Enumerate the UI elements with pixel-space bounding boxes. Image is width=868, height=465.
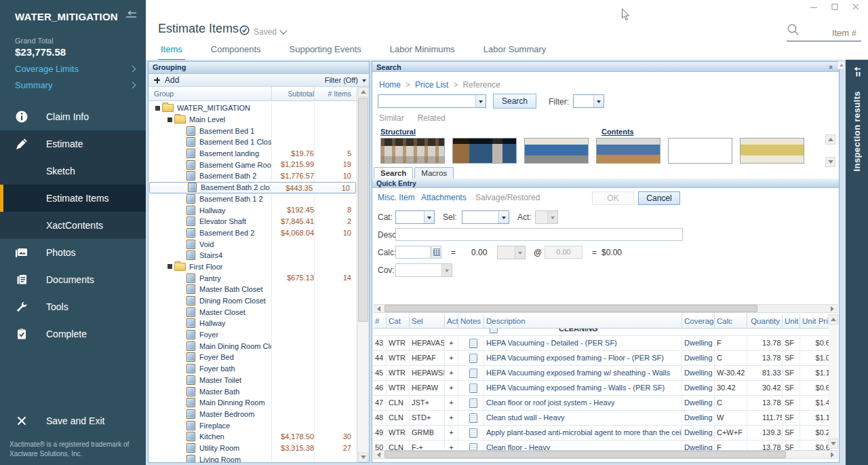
column-group[interactable]: Group [149, 90, 271, 98]
salvage-restored-tab[interactable]: Salvage/Restored [475, 193, 540, 202]
tree-room-row[interactable]: Basement Bed 1 [149, 125, 357, 136]
tree-room-row[interactable]: Elevator Shaft$7,845.412 [149, 216, 357, 227]
combo-dropdown-icon[interactable] [498, 211, 509, 223]
scroll-down-icon[interactable] [358, 452, 368, 462]
notes-icon[interactable] [469, 398, 477, 408]
scroll-left-icon[interactable] [374, 451, 383, 458]
panel-scroll-up-icon[interactable] [837, 61, 845, 69]
column-header[interactable]: Calc [715, 314, 747, 328]
scroll-down-icon[interactable] [828, 439, 838, 449]
sidebar-item-photos[interactable]: Photos [0, 239, 146, 266]
table-row[interactable]: 46WTRHEPAW+HEPA Vacuuming exposed framin… [373, 381, 831, 396]
sidebar-item-complete[interactable]: Complete [0, 320, 146, 348]
breadcrumb-price-list[interactable]: Price List [415, 80, 448, 90]
tree-room-row[interactable]: Basement Bath 1 2 [149, 193, 357, 205]
grouping-scrollbar[interactable] [357, 87, 369, 462]
thumbs-scroll-up-icon[interactable] [825, 134, 835, 145]
tree-room-row[interactable]: Void [149, 238, 357, 250]
room-thumbnail[interactable] [596, 138, 660, 164]
tree-room-row[interactable]: Pantry$675.1314 [149, 272, 357, 284]
tree-room-row[interactable]: Basement Bed 2$4,068.0410 [149, 227, 357, 239]
tree-room-row[interactable]: Foyer bath [149, 363, 357, 375]
expand-collapse-icon[interactable] [153, 106, 162, 111]
unit-price-input[interactable]: 0.00 [545, 246, 583, 259]
tree-room-row[interactable]: Hallway [149, 318, 357, 329]
close-button[interactable] [852, 3, 860, 11]
tree-room-row[interactable]: Fireplace [149, 420, 357, 431]
act-select[interactable] [535, 210, 558, 224]
column-header[interactable]: # [373, 314, 387, 328]
tab-macros[interactable]: Macros [414, 167, 454, 179]
add-group-button[interactable]: Add [165, 75, 179, 85]
item-number-input[interactable] [802, 27, 858, 39]
scrollbar-thumb[interactable] [384, 451, 786, 458]
expand-collapse-icon[interactable] [165, 117, 174, 122]
table-hscrollbar-top[interactable] [374, 304, 837, 313]
tree-group-row[interactable]: Main Level [149, 114, 357, 126]
minimize-button[interactable] [810, 3, 818, 11]
table-row[interactable]: 44WTRHEPAF+HEPA Vacuuming exposed framin… [373, 351, 831, 366]
search-combo-input[interactable] [378, 94, 486, 108]
scrollbar-thumb[interactable] [384, 305, 757, 312]
room-thumbnail[interactable] [380, 138, 445, 164]
sidebar-item-xactcontents[interactable]: XactContents [0, 212, 146, 239]
tab-items[interactable]: Items [158, 41, 185, 61]
related-link[interactable]: Related [418, 113, 446, 123]
sidebar-item-estimate[interactable]: Estimate [0, 130, 146, 157]
tree-room-row[interactable]: Basement Bath 2$1,776.5710 [149, 170, 357, 182]
column-header[interactable]: Sel [410, 314, 445, 328]
tree-room-row[interactable]: Hallway$192.458 [149, 204, 357, 216]
notes-icon[interactable] [469, 369, 477, 378]
column-header[interactable]: Quantity [747, 314, 783, 328]
sidebar-item-sketch[interactable]: Sketch [0, 157, 146, 185]
tree-room-row[interactable]: Stairs4 [149, 250, 357, 261]
combo-dropdown-icon[interactable] [475, 95, 486, 107]
tab-components[interactable]: Components [208, 41, 264, 61]
sidebar-item-estimate-items[interactable]: Estimate Items [0, 185, 146, 212]
thumbs-scroll-down-icon[interactable] [825, 157, 835, 167]
column-header[interactable]: Notes [458, 314, 484, 328]
scroll-left-icon[interactable] [374, 305, 383, 312]
column-header[interactable]: Unit Pric [800, 314, 831, 328]
grouping-filter-dropdown[interactable]: Filter (Off) [325, 76, 366, 84]
tree-room-row[interactable]: Kitchen$4,178.5030 [149, 431, 357, 443]
scroll-right-icon[interactable] [828, 451, 837, 458]
table-row[interactable]: 49WTRGRMB+Apply plant-based anti-microbi… [373, 426, 831, 441]
tree-room-row[interactable]: Master Closet [149, 306, 357, 318]
column-header[interactable]: Act [445, 314, 458, 328]
summary-link[interactable]: Summary [15, 80, 138, 90]
table-vscrollbar[interactable] [829, 314, 837, 449]
misc-item-tab[interactable]: Misc. Item [378, 193, 415, 202]
sel-select[interactable] [462, 210, 509, 224]
column-header[interactable]: Cat [387, 314, 410, 328]
attachments-tab[interactable]: Attachments [421, 193, 467, 202]
column-header[interactable]: Coverage [682, 314, 715, 328]
inspection-results-strip[interactable]: Inspection results [846, 60, 868, 465]
notes-icon[interactable] [469, 354, 477, 363]
tree-group-row[interactable]: First Floor [149, 261, 357, 273]
similar-link[interactable]: Similar [379, 113, 404, 123]
table-hscrollbar-bottom[interactable] [374, 450, 837, 459]
tree-room-row[interactable]: Basement landing$19.765 [149, 148, 357, 160]
calc-input[interactable] [395, 246, 431, 259]
room-thumbnail[interactable] [740, 138, 804, 164]
tree-room-row[interactable]: Living Room [149, 453, 357, 462]
sidebar-item-claim-info[interactable]: Claim Info [0, 103, 146, 130]
room-thumbnail[interactable] [524, 138, 589, 164]
calculator-icon[interactable] [431, 246, 441, 259]
collapse-panel-icon[interactable]: « [827, 65, 835, 69]
notes-icon[interactable] [469, 339, 477, 348]
tree-room-row[interactable]: Basement Bed 1 Closet [149, 136, 357, 148]
tree-room-row[interactable]: Basement Game Room$1,215.9919 [149, 159, 357, 170]
room-thumbnail[interactable] [668, 138, 732, 164]
description-input[interactable] [395, 228, 683, 241]
maximize-button[interactable] [831, 3, 839, 11]
search-button[interactable]: Search [493, 94, 536, 109]
tree-room-row[interactable]: Master Bath Closet [149, 284, 357, 295]
column-num-items[interactable]: # Items [314, 87, 357, 100]
unit-select[interactable] [497, 246, 526, 259]
saved-dropdown-icon[interactable] [279, 26, 287, 34]
tab-labor-summary[interactable]: Labor Summary [481, 41, 549, 61]
tab-search[interactable]: Search [374, 167, 413, 179]
scrollbar-thumb[interactable] [358, 98, 368, 322]
